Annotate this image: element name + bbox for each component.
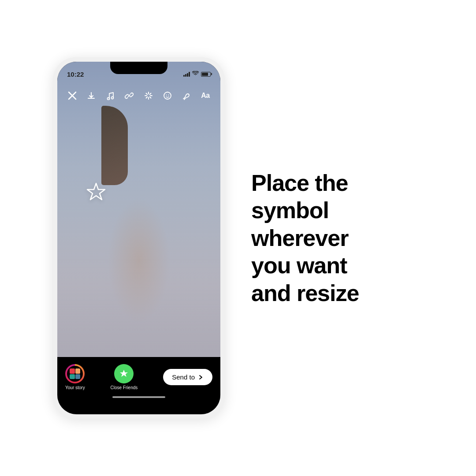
your-story-grid <box>70 368 80 379</box>
page-container: 10:22 <box>0 0 476 476</box>
sparkle-button[interactable] <box>141 89 156 103</box>
svg-point-2 <box>108 98 110 100</box>
text-button[interactable]: Aa <box>198 89 212 103</box>
svg-point-5 <box>166 95 167 96</box>
photo-overlay <box>57 106 220 364</box>
close-button[interactable] <box>65 89 79 103</box>
notch <box>110 62 167 74</box>
your-story-option[interactable]: Your story <box>65 364 85 390</box>
battery-icon <box>201 72 211 77</box>
phone-inner: 10:22 <box>57 62 220 414</box>
bottom-bar: Your story Close Friends Send to <box>57 357 220 414</box>
signal-icon <box>183 72 190 77</box>
status-time: 10:22 <box>67 71 84 78</box>
music-button[interactable] <box>103 89 117 103</box>
status-icons <box>183 71 211 77</box>
home-indicator <box>112 396 165 398</box>
send-to-button[interactable]: Send to <box>163 369 212 385</box>
svg-point-4 <box>164 92 171 99</box>
right-text-panel: Place the symbol wherever you want and r… <box>225 169 441 307</box>
close-friends-circle <box>114 364 134 383</box>
wifi-icon <box>192 71 199 77</box>
your-story-circle <box>65 364 85 383</box>
hair-area <box>101 106 128 185</box>
star-sticker[interactable] <box>84 181 108 211</box>
download-button[interactable] <box>84 89 98 103</box>
main-headline: Place the symbol wherever you want and r… <box>251 169 432 307</box>
close-friends-option[interactable]: Close Friends <box>111 364 138 390</box>
svg-point-3 <box>112 97 114 99</box>
bottom-actions: Your story Close Friends Send to <box>57 357 220 394</box>
emoji-button[interactable] <box>160 89 175 103</box>
close-friends-label: Close Friends <box>111 385 138 390</box>
your-story-label: Your story <box>65 385 85 390</box>
link-button[interactable] <box>122 89 136 103</box>
draw-button[interactable] <box>179 89 193 103</box>
svg-point-6 <box>168 95 169 96</box>
phone-mockup: 10:22 <box>53 57 225 419</box>
toolbar: Aa <box>57 85 220 107</box>
